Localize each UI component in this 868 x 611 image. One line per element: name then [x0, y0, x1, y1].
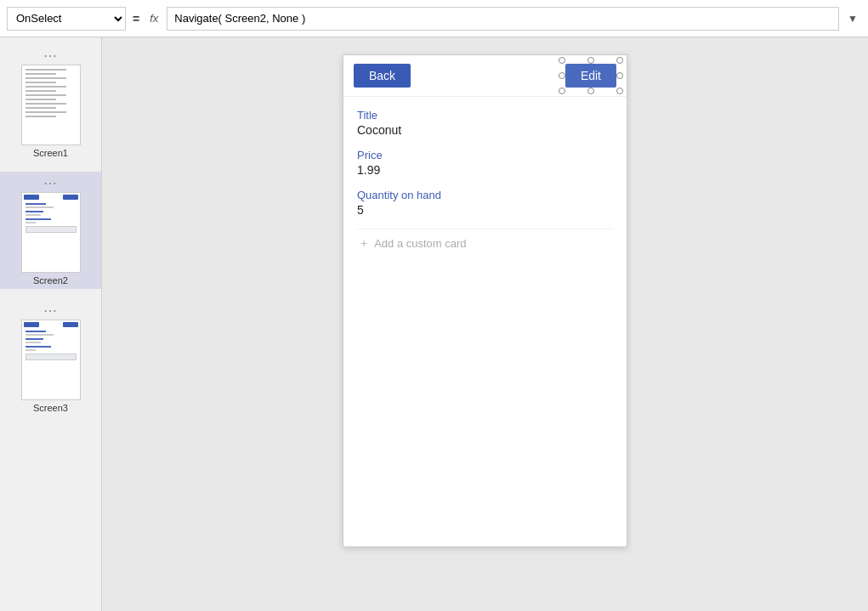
- field-title-value: Coconut: [357, 123, 613, 137]
- field-quantity-value: 5: [357, 203, 613, 217]
- fx-icon: fx: [146, 12, 162, 25]
- edit-button[interactable]: Edit: [565, 64, 616, 88]
- add-custom-card[interactable]: + Add a custom card: [357, 229, 613, 257]
- add-icon: +: [360, 236, 367, 250]
- field-price: Price 1.99: [357, 149, 613, 177]
- sidebar-item-screen3[interactable]: ⋯ Screen3: [0, 299, 101, 416]
- back-button[interactable]: Back: [354, 64, 411, 88]
- handle-mr[interactable]: [616, 72, 623, 79]
- screen3-label: Screen3: [33, 403, 68, 413]
- handle-tl[interactable]: [559, 57, 565, 64]
- main-area: ⋯ Screen1: [0, 37, 868, 611]
- sidebar-item-screen2[interactable]: ⋯ Screen2: [0, 172, 101, 289]
- add-custom-card-label: Add a custom card: [374, 237, 466, 250]
- formula-bar: OnSelect = fx ▼: [0, 0, 868, 37]
- handle-bl[interactable]: [559, 88, 565, 94]
- screen1-dots[interactable]: ⋯: [43, 48, 58, 64]
- phone-frame: Back Edit: [343, 54, 627, 547]
- handle-tr[interactable]: [616, 57, 623, 64]
- formula-input[interactable]: [167, 7, 839, 31]
- edit-button-container: Edit: [565, 64, 616, 88]
- equals-sign: =: [131, 12, 141, 25]
- handle-ml[interactable]: [559, 72, 565, 79]
- canvas-area: Back Edit: [102, 37, 868, 611]
- screen1-label: Screen1: [33, 148, 68, 158]
- phone-header: Back Edit: [343, 55, 627, 97]
- screen2-dots[interactable]: ⋯: [43, 175, 58, 191]
- formula-select[interactable]: OnSelect: [7, 7, 126, 31]
- screen2-thumbnail: [21, 192, 81, 273]
- field-quantity-label: Quantity on hand: [357, 189, 613, 201]
- field-title-label: Title: [357, 109, 613, 122]
- screen1-thumbnail: [21, 65, 81, 145]
- formula-dropdown-arrow[interactable]: ▼: [844, 13, 861, 25]
- handle-tc[interactable]: [587, 57, 594, 64]
- screen3-dots[interactable]: ⋯: [43, 303, 58, 319]
- sidebar-item-screen1[interactable]: ⋯ Screen1: [0, 44, 101, 161]
- field-price-value: 1.99: [357, 163, 613, 177]
- form-content: Title Coconut Price 1.99 Quantity on han…: [343, 97, 627, 269]
- field-price-label: Price: [357, 149, 613, 161]
- screen3-thumbnail: [21, 320, 81, 400]
- sidebar: ⋯ Screen1: [0, 37, 102, 611]
- screen2-label: Screen2: [33, 275, 68, 286]
- field-title: Title Coconut: [357, 109, 613, 137]
- handle-br[interactable]: [616, 88, 623, 94]
- field-quantity: Quantity on hand 5: [357, 189, 613, 217]
- handle-bc[interactable]: [587, 88, 594, 94]
